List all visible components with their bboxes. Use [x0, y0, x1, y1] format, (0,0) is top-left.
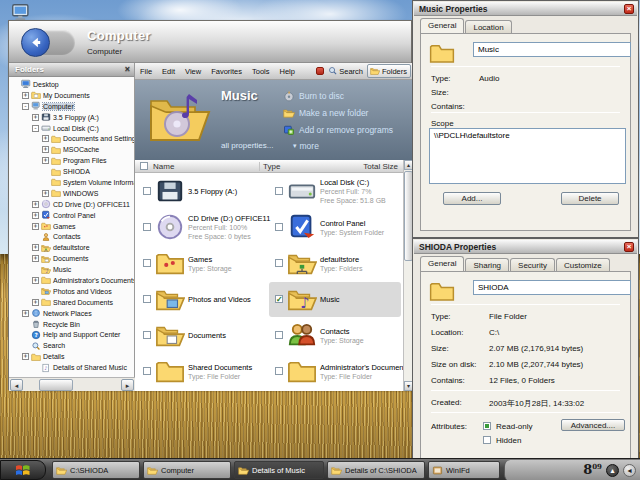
expander-icon[interactable]: +: [22, 310, 29, 317]
column-header[interactable]: Name Type Total Size Free Space: [135, 160, 413, 173]
tree-item-contacts[interactable]: Contacts: [9, 231, 134, 242]
tree-item-search[interactable]: Search: [9, 340, 134, 351]
file-item-games[interactable]: GamesType: Storage: [137, 246, 269, 281]
banner-link[interactable]: Add or remove programs: [283, 124, 393, 136]
expander-icon[interactable]: +: [32, 299, 39, 306]
file-item-photos-and-videos[interactable]: Photos and Videos: [137, 282, 269, 317]
taskbar-button-winifd[interactable]: WinIFd: [428, 461, 500, 479]
advanced-button[interactable]: Advanced....: [561, 419, 625, 431]
tab-security[interactable]: Security: [510, 258, 555, 271]
more-link[interactable]: ▾more: [293, 141, 393, 151]
tray-chevron-left-icon[interactable]: ◂: [623, 464, 636, 477]
close-icon[interactable]: ×: [624, 242, 634, 252]
file-item-documents[interactable]: Documents: [137, 318, 269, 353]
tree-item-local-disk-c-[interactable]: -Local Disk (C:): [9, 123, 134, 134]
column-name[interactable]: Name: [153, 162, 174, 171]
tree-item-details[interactable]: +Details: [9, 351, 134, 362]
tree-item-administrator-s-documents[interactable]: +Administrator's Documents: [9, 275, 134, 286]
tree-item-control-panel[interactable]: +Control Panel: [9, 210, 134, 221]
scroll-left-icon[interactable]: ◂: [10, 379, 23, 391]
taskbar-button-c-shioda[interactable]: C:\SHIODA: [52, 461, 140, 479]
tree-item-program-files[interactable]: +Program Files: [9, 155, 134, 166]
all-properties-link[interactable]: all properties...: [221, 141, 273, 150]
taskbar-button-details-of-c-shioda[interactable]: Details of C:\SHIODA: [327, 461, 425, 479]
tree-item-music[interactable]: ♪Music: [9, 264, 134, 275]
column-type[interactable]: Type: [263, 162, 280, 171]
tree-item-help-and-support-center[interactable]: ?Help and Support Center: [9, 329, 134, 340]
mail-icon[interactable]: [316, 67, 324, 75]
start-button[interactable]: [0, 460, 46, 480]
tree-item-system-volume-informa[interactable]: System Volume Informa: [9, 177, 134, 188]
tree-item-defaultstore[interactable]: +defaultstore: [9, 242, 134, 253]
expander-icon[interactable]: +: [32, 244, 39, 251]
file-item-contacts[interactable]: ContactsType: Storage: [269, 318, 401, 353]
tree-item-windows[interactable]: +WINDOWS: [9, 188, 134, 199]
tree-item-network-places[interactable]: +Network Places: [9, 308, 134, 319]
taskbar-button-computer[interactable]: Computer: [143, 461, 231, 479]
tray-chevron-up-icon[interactable]: ▴: [606, 464, 619, 477]
tree-item-cd-drive-d-office11[interactable]: +CD Drive (D:) OFFICE11: [9, 199, 134, 210]
tab-general[interactable]: General: [420, 18, 464, 33]
item-checkbox[interactable]: [275, 367, 283, 375]
scope-listbox[interactable]: \\PDCLH\defaultstore: [429, 128, 626, 184]
tree-hscrollbar[interactable]: ◂ ▸: [9, 377, 135, 391]
select-all-checkbox[interactable]: [140, 162, 148, 170]
name-field[interactable]: SHIODA: [473, 280, 631, 295]
item-checkbox[interactable]: [143, 295, 151, 303]
tree-item-msocache[interactable]: +MSOCache: [9, 144, 134, 155]
dialog-title[interactable]: Music Properties ×: [414, 2, 637, 16]
expander-icon[interactable]: +: [32, 201, 39, 208]
folders-panel-close-icon[interactable]: ×: [125, 65, 130, 74]
item-checkbox[interactable]: [143, 331, 151, 339]
item-checkbox[interactable]: [143, 259, 151, 267]
file-item-shared-documents[interactable]: Shared DocumentsType: File Folder: [137, 354, 269, 389]
item-checkbox[interactable]: [143, 367, 151, 375]
expander-icon[interactable]: +: [42, 190, 49, 197]
tab-general[interactable]: General: [420, 256, 464, 271]
file-item-defaultstore[interactable]: defaultstoreType: Folders: [269, 246, 401, 281]
hidden-checkbox[interactable]: [483, 436, 491, 444]
file-item-local-disk-c-[interactable]: Local Disk (C:)Percent Full: 7%Free Spac…: [269, 174, 401, 209]
menu-edit[interactable]: Edit: [157, 67, 180, 76]
expander-icon[interactable]: +: [22, 92, 29, 99]
name-field[interactable]: Music: [473, 42, 631, 57]
expander-icon[interactable]: -: [32, 125, 39, 132]
readonly-checkbox[interactable]: [483, 422, 491, 430]
tree-item-details-of-shared-music[interactable]: ♪Details of Shared Music: [9, 362, 134, 373]
expander-icon[interactable]: +: [42, 146, 49, 153]
item-checkbox[interactable]: ✓: [275, 295, 283, 303]
add-button[interactable]: Add...: [443, 192, 501, 205]
dialog-title[interactable]: SHIODA Properties ×: [414, 240, 637, 254]
folders-button[interactable]: Folders: [367, 64, 411, 78]
menu-help[interactable]: Help: [275, 67, 300, 76]
file-item-control-panel[interactable]: Control PanelType: System Folder: [269, 210, 401, 245]
scroll-right-icon[interactable]: ▸: [121, 379, 134, 391]
menu-file[interactable]: File: [135, 67, 157, 76]
scroll-thumb[interactable]: [39, 379, 73, 391]
tree-item-3-5-floppy-a-[interactable]: +3.5 Floppy (A:): [9, 112, 134, 123]
tree-item-documents[interactable]: +Documents: [9, 253, 134, 264]
expander-icon[interactable]: +: [22, 353, 29, 360]
search-button[interactable]: Search: [328, 66, 363, 76]
item-checkbox[interactable]: [143, 187, 151, 195]
menu-view[interactable]: View: [180, 67, 206, 76]
close-icon[interactable]: ×: [624, 4, 634, 14]
tree-item-shioda[interactable]: SHIODA: [9, 166, 134, 177]
tree-item-photos-and-videos[interactable]: Photos and Videos: [9, 286, 134, 297]
tree-item-desktop[interactable]: Desktop: [9, 79, 134, 90]
tree-item-my-documents[interactable]: +My Documents: [9, 90, 134, 101]
file-item-3-5-floppy-a-[interactable]: 3.5 Floppy (A:): [137, 174, 269, 209]
file-item-music[interactable]: ✓♪Music: [269, 282, 401, 317]
expander-icon[interactable]: +: [32, 114, 39, 121]
taskbar-button-details-of-music[interactable]: Details of Music: [234, 461, 324, 479]
expander-icon[interactable]: +: [42, 157, 49, 164]
expander-icon[interactable]: +: [32, 277, 39, 284]
tree-item-shared-documents[interactable]: +Shared Documents: [9, 297, 134, 308]
expander-icon[interactable]: +: [32, 212, 39, 219]
expander-icon[interactable]: +: [42, 135, 49, 142]
expander-icon[interactable]: +: [32, 223, 39, 230]
column-total-size[interactable]: Total Size: [340, 162, 398, 171]
menu-favorites[interactable]: Favorites: [206, 67, 247, 76]
tab-sharing[interactable]: Sharing: [465, 258, 509, 271]
delete-button[interactable]: Delete: [561, 192, 619, 205]
